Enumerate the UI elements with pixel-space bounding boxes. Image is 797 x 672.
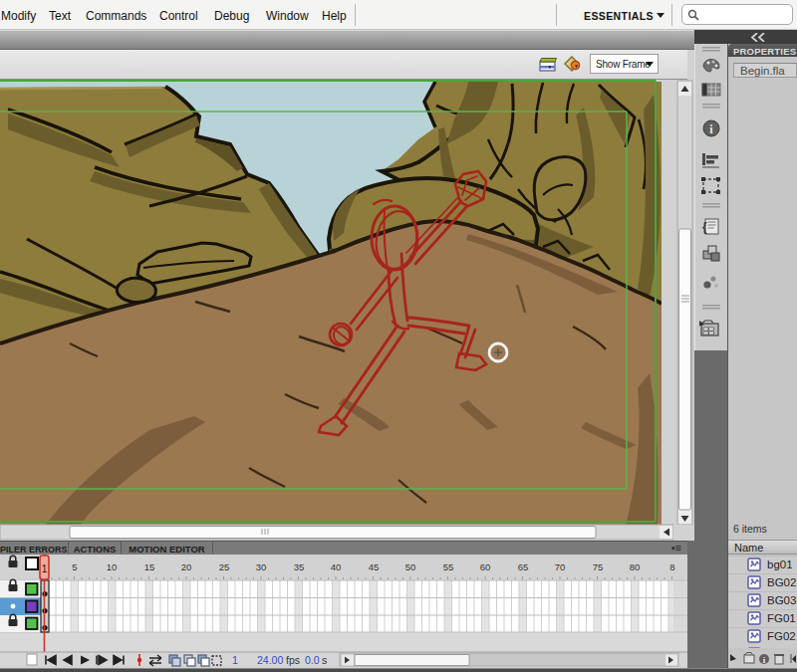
svg-text:BG03: BG03 bbox=[767, 594, 796, 606]
svg-text:55: 55 bbox=[443, 561, 454, 572]
svg-text:20: 20 bbox=[181, 561, 192, 572]
svg-text:25: 25 bbox=[219, 561, 230, 572]
svg-text:8: 8 bbox=[669, 561, 674, 572]
svg-text:bg01: bg01 bbox=[767, 559, 793, 570]
svg-text:30: 30 bbox=[256, 561, 267, 572]
svg-text:fps: fps bbox=[286, 654, 300, 666]
svg-text:24.00: 24.00 bbox=[257, 654, 283, 666]
svg-text:80: 80 bbox=[630, 561, 641, 572]
svg-text:1: 1 bbox=[232, 654, 238, 666]
svg-text:70: 70 bbox=[555, 561, 566, 572]
svg-text:50: 50 bbox=[405, 561, 416, 572]
svg-text:s: s bbox=[322, 654, 327, 666]
svg-text:0.0: 0.0 bbox=[305, 654, 320, 666]
svg-text:60: 60 bbox=[480, 561, 491, 572]
svg-text:35: 35 bbox=[294, 561, 305, 572]
svg-text:FG02: FG02 bbox=[767, 630, 796, 642]
svg-text:15: 15 bbox=[144, 561, 155, 572]
svg-text:5: 5 bbox=[72, 561, 77, 572]
svg-text:{: { bbox=[702, 220, 707, 234]
svg-text:FG01: FG01 bbox=[767, 612, 796, 624]
svg-text:75: 75 bbox=[593, 561, 604, 572]
svg-text:1: 1 bbox=[42, 563, 48, 574]
svg-text:65: 65 bbox=[518, 561, 529, 572]
svg-text:BG02: BG02 bbox=[767, 576, 796, 588]
svg-text:10: 10 bbox=[107, 561, 118, 572]
svg-text:40: 40 bbox=[331, 561, 342, 572]
svg-text:45: 45 bbox=[369, 561, 380, 572]
